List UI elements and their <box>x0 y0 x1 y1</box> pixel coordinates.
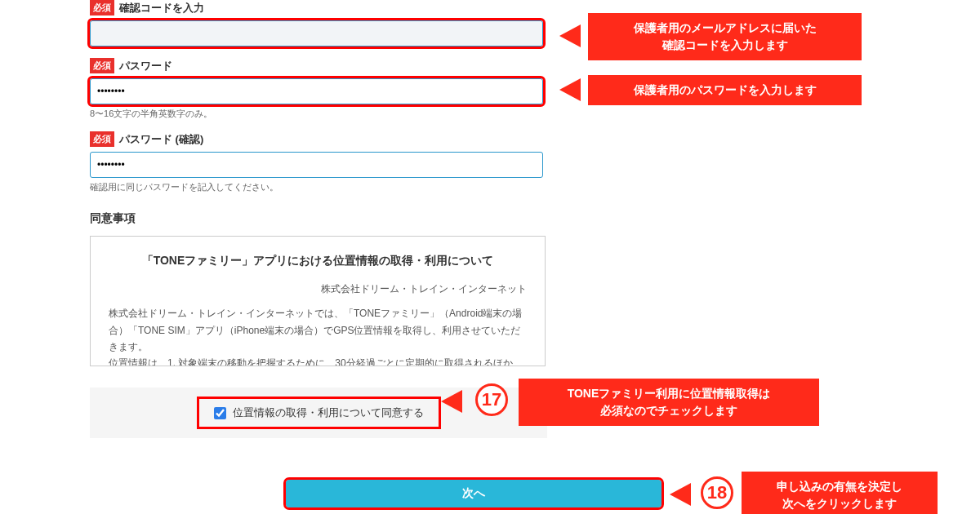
arrow-icon <box>559 24 581 47</box>
callout-next: 申し込みの有無を決定し 次へをクリックします <box>742 472 938 514</box>
password-input[interactable] <box>90 78 543 104</box>
step-18-number: 18 <box>707 482 727 503</box>
callout-line: 保護者用のパスワードを入力します <box>634 83 817 96</box>
consent-checkbox[interactable] <box>214 407 226 419</box>
step-17-number: 17 <box>482 389 501 410</box>
agreement-company: 株式会社ドリーム・トレイン・インターネット <box>109 281 527 297</box>
callout-confirm-code: 保護者用のメールアドレスに届いた 確認コードを入力します <box>588 13 862 60</box>
password-confirm-label: 必須 パスワード (確認) <box>90 131 555 147</box>
next-button[interactable]: 次へ <box>286 480 662 507</box>
password-label: 必須 パスワード <box>90 58 555 73</box>
password-confirm-help: 確認用に同じパスワードを記入してください。 <box>90 181 555 193</box>
confirm-code-label-text: 確認コードを入力 <box>119 1 204 16</box>
password-label-text: パスワード <box>119 59 172 73</box>
agreement-box[interactable]: 「TONEファミリー」アプリにおける位置情報の取得・利用について 株式会社ドリー… <box>90 236 546 366</box>
agreement-body-1: 株式会社ドリーム・トレイン・インターネットでは、「TONEファミリー」（Andr… <box>109 305 527 355</box>
callout-consent: TONEファミリー利用に位置情報取得は 必須なのでチェックします <box>519 379 819 426</box>
callout-password: 保護者用のパスワードを入力します <box>588 75 862 105</box>
callout-line: 必須なのでチェックします <box>530 402 808 419</box>
arrow-icon <box>670 483 691 506</box>
arrow-icon <box>559 78 581 101</box>
consent-label: 位置情報の取得・利用について同意する <box>233 405 424 420</box>
callout-line: 確認コードを入力します <box>599 37 850 54</box>
password-confirm-input[interactable] <box>90 152 543 178</box>
step-17-badge: 17 <box>475 383 508 416</box>
callout-line: 次へをクリックします <box>753 495 926 512</box>
required-badge: 必須 <box>90 0 114 16</box>
confirm-code-input[interactable] <box>90 20 543 47</box>
required-badge: 必須 <box>90 131 114 147</box>
required-badge: 必須 <box>90 58 114 73</box>
agreement-heading: 同意事項 <box>90 211 555 226</box>
password-help: 8〜16文字の半角英数字のみ。 <box>90 108 555 120</box>
callout-line: 申し込みの有無を決定し <box>753 478 926 495</box>
agreement-body-2: 位置情報は、1. 対象端末の移動を把握するために、30分経過ごとに定期的に取得さ… <box>109 355 527 366</box>
callout-line: 保護者用のメールアドレスに届いた <box>599 20 850 37</box>
consent-checkbox-wrapper[interactable]: 位置情報の取得・利用について同意する <box>199 399 439 427</box>
password-confirm-label-text: パスワード (確認) <box>119 132 203 147</box>
arrow-icon <box>441 390 462 413</box>
step-18-badge: 18 <box>701 476 733 509</box>
confirm-code-label: 必須 確認コードを入力 <box>90 0 555 16</box>
agreement-title: 「TONEファミリー」アプリにおける位置情報の取得・利用について <box>109 251 527 271</box>
callout-line: TONEファミリー利用に位置情報取得は <box>530 385 808 402</box>
